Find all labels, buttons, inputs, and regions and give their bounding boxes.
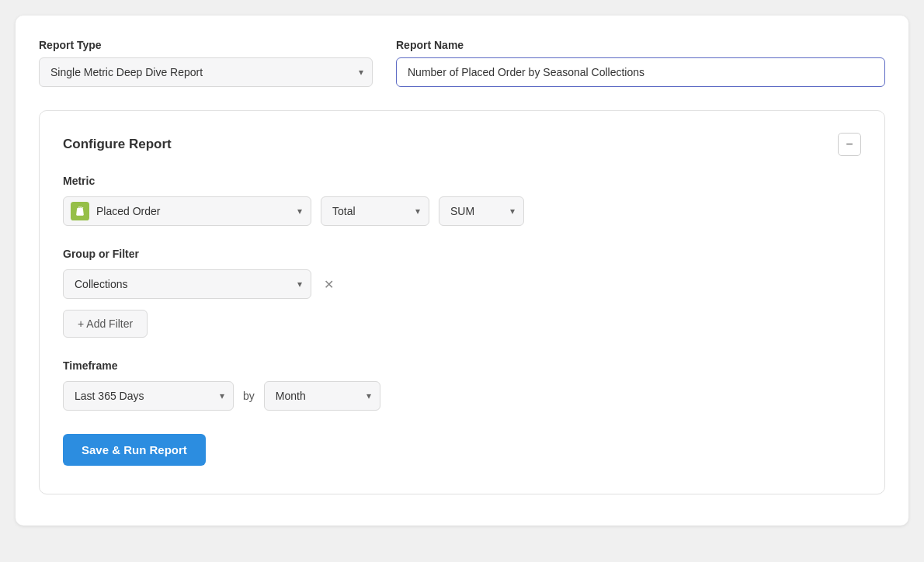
filter-select[interactable]: Collections Product Category Country Dev… (63, 269, 311, 299)
report-type-select[interactable]: Single Metric Deep Dive Report Multi Met… (39, 57, 373, 87)
metric-aggregation-wrapper: Total Unique Per User ▾ (321, 196, 429, 226)
configure-card: Configure Report − Metric Placed Order V… (39, 110, 885, 494)
top-row: Report Type Single Metric Deep Dive Repo… (39, 39, 885, 87)
timeframe-row: Last 365 Days Last 30 Days Last 7 Days T… (63, 381, 861, 411)
filter-select-wrapper: Collections Product Category Country Dev… (63, 269, 311, 299)
metric-event-select[interactable]: Placed Order Viewed Product Added to Car… (63, 196, 311, 226)
timeframe-granularity-select[interactable]: Month Week Day Hour (264, 381, 380, 411)
page-container: Report Type Single Metric Deep Dive Repo… (16, 16, 908, 526)
timeframe-granularity-wrapper: Month Week Day Hour ▾ (264, 381, 380, 411)
metric-section-label: Metric (63, 175, 861, 187)
metric-row: Placed Order Viewed Product Added to Car… (63, 196, 861, 226)
add-filter-button[interactable]: + Add Filter (63, 310, 148, 338)
configure-header: Configure Report − (63, 133, 861, 156)
timeframe-range-select[interactable]: Last 365 Days Last 30 Days Last 7 Days T… (63, 381, 234, 411)
metric-event-select-wrapper: Placed Order Viewed Product Added to Car… (63, 196, 311, 226)
report-name-input[interactable] (396, 57, 885, 87)
filter-close-icon: ✕ (324, 277, 334, 292)
filter-remove-button[interactable]: ✕ (319, 275, 338, 293)
configure-title: Configure Report (63, 137, 172, 152)
metric-function-select[interactable]: SUM AVG COUNT MIN MAX (439, 196, 524, 226)
save-run-label: Save & Run Report (82, 443, 187, 456)
collapse-button[interactable]: − (838, 133, 861, 156)
group-filter-section: Group or Filter Collections Product Cate… (63, 248, 861, 338)
report-name-label: Report Name (396, 39, 885, 51)
save-run-button[interactable]: Save & Run Report (63, 434, 206, 466)
add-filter-label: + Add Filter (78, 317, 133, 330)
timeframe-range-wrapper: Last 365 Days Last 30 Days Last 7 Days T… (63, 381, 234, 411)
report-type-group: Report Type Single Metric Deep Dive Repo… (39, 39, 373, 87)
report-type-label: Report Type (39, 39, 373, 51)
timeframe-section: Timeframe Last 365 Days Last 30 Days Las… (63, 359, 861, 411)
metric-function-wrapper: SUM AVG COUNT MIN MAX ▾ (439, 196, 524, 226)
by-label: by (243, 390, 255, 402)
timeframe-label: Timeframe (63, 359, 861, 372)
report-name-group: Report Name (396, 39, 885, 87)
collapse-icon: − (846, 137, 853, 151)
group-filter-label: Group or Filter (63, 248, 861, 260)
report-type-select-wrapper: Single Metric Deep Dive Report Multi Met… (39, 57, 373, 87)
filter-row: Collections Product Category Country Dev… (63, 269, 861, 299)
metric-aggregation-select[interactable]: Total Unique Per User (321, 196, 429, 226)
